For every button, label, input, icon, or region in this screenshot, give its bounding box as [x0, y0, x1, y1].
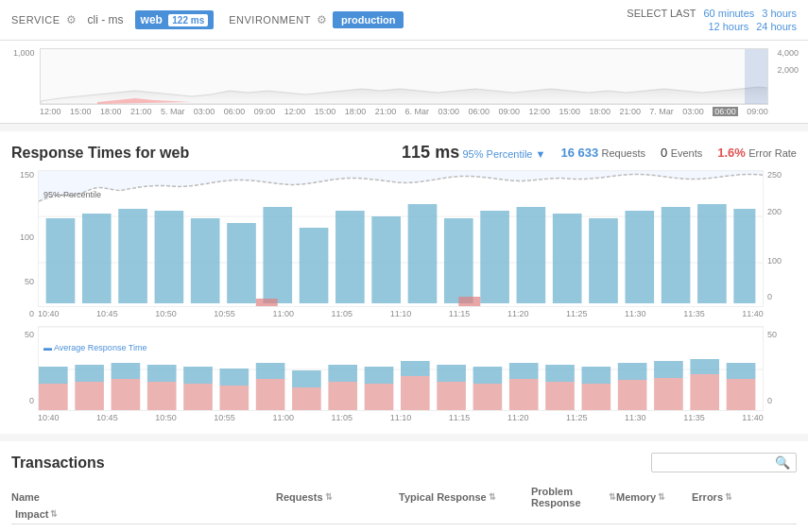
env-value[interactable]: production — [333, 11, 404, 28]
overview-y-left: 1,000 — [13, 48, 35, 58]
ovx-23: 09:00 — [747, 107, 768, 116]
svg-rect-46 — [618, 380, 647, 410]
svg-rect-55 — [220, 369, 249, 386]
th-name[interactable]: Name — [11, 486, 276, 508]
chart-title: Response Times for web — [11, 145, 189, 162]
svg-rect-50 — [39, 367, 68, 384]
percentile-line-label: 95%-Percentile — [43, 190, 101, 199]
table-row: sylius.controller.product:indexAction 2 … — [11, 524, 797, 532]
svg-rect-38 — [328, 382, 357, 410]
svg-rect-68 — [690, 359, 719, 374]
bx-8: 11:20 — [507, 413, 529, 422]
chart-header: Response Times for web 115 ms 95% Percen… — [11, 143, 797, 163]
service-gear-icon[interactable]: ⚙ — [66, 13, 77, 26]
ovx-9: 15:00 — [315, 107, 336, 116]
svg-rect-56 — [256, 363, 285, 379]
ovx-12: 6. Mar — [405, 107, 430, 116]
search-icon[interactable]: 🔍 — [775, 455, 790, 470]
svg-rect-7 — [118, 209, 147, 303]
top-chart-y-axis: 150 100 50 0 — [11, 170, 38, 318]
svg-rect-44 — [545, 382, 575, 410]
sort-memory-icon: ⇅ — [658, 492, 665, 502]
stat-requests: 16 633 Requests — [560, 146, 645, 160]
sort-impact-icon: ⇅ — [50, 509, 58, 519]
th-requests[interactable]: Requests ⇅ — [276, 486, 399, 508]
tx-1: 10:45 — [96, 309, 118, 318]
bottom-chart-y-right: 50 0 — [764, 326, 797, 422]
table-header: Name Requests ⇅ Typical Response ⇅ Probl… — [11, 482, 797, 524]
svg-rect-17 — [480, 211, 509, 303]
th-errors[interactable]: Errors ⇅ — [692, 486, 758, 508]
svg-rect-69 — [727, 363, 756, 379]
svg-rect-12 — [300, 228, 329, 303]
svg-rect-14 — [371, 216, 401, 303]
svg-rect-63 — [509, 363, 539, 379]
svg-rect-61 — [437, 365, 466, 382]
ovx-21: 03:00 — [682, 107, 704, 116]
svg-rect-59 — [365, 367, 394, 384]
ovx-20: 7. Mar — [649, 107, 674, 116]
svg-rect-5 — [46, 218, 76, 303]
svg-rect-15 — [408, 204, 438, 303]
service-cli-tab[interactable]: cli - ms — [82, 10, 129, 29]
top-bar: SERVICE ⚙ cli - ms web 122 ms ENVIRONMEN… — [0, 0, 808, 41]
svg-rect-20 — [589, 218, 618, 303]
svg-rect-18 — [517, 207, 546, 303]
time-24hours[interactable]: 24 hours — [756, 21, 797, 32]
time-60min[interactable]: 60 minutes — [703, 8, 754, 19]
overview-chart-area: 1,000 4,000 2,000 — [40, 48, 768, 105]
yr-100: 100 — [767, 256, 782, 266]
tx-7: 11:15 — [449, 309, 471, 318]
svg-rect-62 — [473, 367, 503, 384]
bx-11: 11:35 — [683, 413, 705, 422]
bx-5: 11:05 — [332, 413, 353, 422]
bx-4: 11:00 — [272, 413, 294, 422]
bx-3: 10:55 — [214, 413, 235, 422]
ovx-11: 21:00 — [375, 107, 397, 116]
service-label: SERVICE — [11, 14, 60, 26]
svg-rect-11 — [263, 207, 292, 303]
svg-rect-54 — [183, 367, 213, 384]
y-0-top: 0 — [29, 309, 34, 318]
svg-rect-36 — [256, 379, 285, 410]
tx-10: 11:30 — [625, 309, 646, 318]
y-150: 150 — [20, 170, 34, 180]
ovx-16: 12:00 — [528, 107, 550, 116]
svg-rect-34 — [183, 384, 213, 410]
transactions-title: Transactions — [11, 455, 105, 472]
env-label: ENVIRONMENT — [229, 14, 311, 26]
ovx-17: 15:00 — [559, 107, 580, 116]
th-impact[interactable]: Impact ⇅ — [11, 508, 276, 520]
stat-events: 0 Events — [661, 146, 702, 160]
ovx-13: 03:00 — [438, 107, 460, 116]
svg-rect-66 — [618, 363, 647, 380]
th-memory[interactable]: Memory ⇅ — [616, 486, 692, 508]
service-web-badge: 122 ms — [168, 14, 208, 26]
avg-line-label: ▬ Average Response Time — [43, 343, 146, 352]
tx-12: 11:40 — [742, 309, 764, 318]
percentile-label[interactable]: 95% Percentile ▼ — [463, 148, 546, 160]
top-bar-left: SERVICE ⚙ cli - ms web 122 ms ENVIRONMEN… — [11, 10, 404, 29]
svg-rect-30 — [39, 384, 68, 410]
svg-rect-43 — [509, 379, 539, 410]
bottom-x-labels: 10:40 10:45 10:50 10:55 11:00 11:05 11:1… — [38, 413, 764, 422]
yr-0-top: 0 — [767, 292, 772, 301]
svg-rect-37 — [292, 387, 321, 410]
service-web-tab[interactable]: web 122 ms — [135, 10, 215, 29]
bx-0: 10:40 — [38, 413, 60, 422]
tx-6: 11:10 — [390, 309, 412, 318]
svg-rect-10 — [227, 223, 256, 303]
yr-200: 200 — [767, 207, 782, 216]
time-3hours[interactable]: 3 hours — [762, 8, 797, 19]
svg-rect-57 — [292, 370, 321, 387]
search-input[interactable] — [658, 457, 771, 469]
env-gear-icon[interactable]: ⚙ — [317, 13, 327, 26]
th-problem[interactable]: Problem Response ⇅ — [531, 486, 616, 508]
search-box[interactable]: 🔍 — [651, 453, 797, 472]
svg-rect-41 — [437, 382, 466, 410]
ovx-5: 03:00 — [194, 107, 215, 116]
th-typical[interactable]: Typical Response ⇅ — [399, 486, 531, 508]
tx-11: 11:35 — [683, 309, 705, 318]
time-12hours[interactable]: 12 hours — [708, 21, 748, 32]
select-last-row: SELECT LAST 60 minutes 3 hours — [627, 8, 797, 19]
